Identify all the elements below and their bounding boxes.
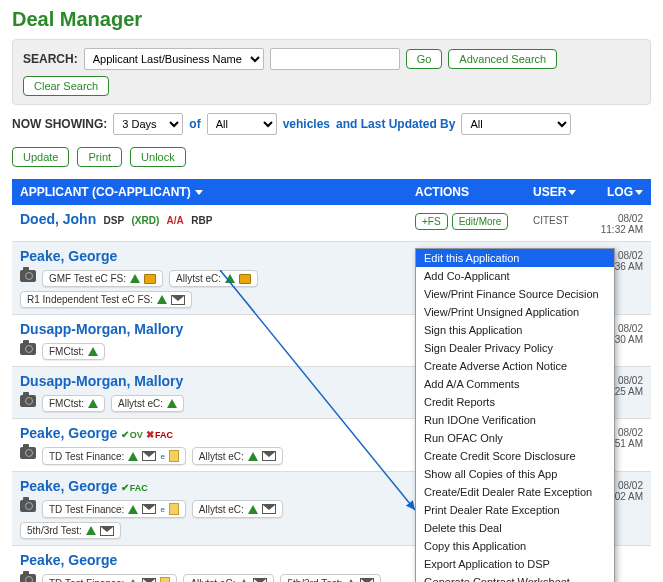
lender-label: R1 Independent Test eC FS:	[27, 294, 153, 305]
lender-chip[interactable]: 5th/3rd Test:	[20, 522, 121, 539]
lender-chip[interactable]: Allytst eC:	[183, 574, 274, 582]
context-menu-item[interactable]: Run IDOne Verification	[416, 411, 614, 429]
applicant-tag: DSP	[104, 215, 125, 226]
context-menu-item[interactable]: Sign this Application	[416, 321, 614, 339]
arrow-up-icon	[248, 452, 258, 461]
lender-label: FMCtst:	[49, 398, 84, 409]
camera-icon[interactable]	[20, 395, 36, 407]
lender-label: TD Test Finance:	[49, 578, 124, 583]
lender-label: TD Test Finance:	[49, 451, 124, 462]
go-button[interactable]: Go	[406, 49, 443, 69]
lender-label: Allytst eC:	[118, 398, 163, 409]
applicant-name-link[interactable]: Dusapp-Morgan, Mallory	[20, 373, 183, 389]
updated-by-select[interactable]: All	[461, 113, 571, 135]
lender-chip[interactable]: TD Test Finance:	[42, 574, 177, 582]
context-menu-item[interactable]: View/Print Finance Source Decision	[416, 285, 614, 303]
fac-badge: FAC	[146, 429, 173, 440]
camera-icon[interactable]	[20, 574, 36, 582]
camera-icon[interactable]	[20, 270, 36, 282]
unlock-button[interactable]: Unlock	[130, 147, 186, 167]
context-menu-item[interactable]: Generate Contract Worksheet	[416, 573, 614, 582]
mail-icon	[142, 504, 156, 514]
chevron-down-icon	[635, 190, 643, 195]
camera-icon[interactable]	[20, 500, 36, 512]
context-menu-item[interactable]: Delete this Deal	[416, 519, 614, 537]
context-menu-item[interactable]: Credit Reports	[416, 393, 614, 411]
lender-chip[interactable]: TD Test Finance:e	[42, 500, 186, 518]
applicant-name-link[interactable]: Peake, George	[20, 552, 117, 568]
lender-label: Allytst eC:	[190, 578, 235, 583]
lender-chip[interactable]: Allytst eC:	[111, 395, 184, 412]
arrow-up-icon	[88, 399, 98, 408]
context-menu-item[interactable]: Run OFAC Only	[416, 429, 614, 447]
applicant-name-link[interactable]: Peake, George	[20, 425, 117, 441]
lender-label: 5th/3rd Test:	[27, 525, 82, 536]
lender-label: Allytst eC:	[199, 451, 244, 462]
lender-chip[interactable]: R1 Independent Test eC FS:	[20, 291, 192, 308]
now-showing-label: NOW SHOWING:	[12, 117, 107, 131]
package-icon	[144, 274, 156, 284]
lender-chip[interactable]: Allytst eC:	[192, 447, 283, 465]
context-menu-item[interactable]: Edit this Application	[416, 249, 614, 267]
context-menu-item[interactable]: Create Credit Score Disclosure	[416, 447, 614, 465]
subscript-e: e	[160, 452, 164, 461]
days-select[interactable]: 3 Days	[113, 113, 183, 135]
document-icon	[160, 577, 170, 582]
page-title: Deal Manager	[12, 8, 651, 31]
user-cell: CITEST	[533, 211, 593, 235]
applicant-name-link[interactable]: Dusapp-Morgan, Mallory	[20, 321, 183, 337]
lender-chip[interactable]: FMCtst:	[42, 343, 105, 360]
package-icon	[239, 274, 251, 284]
vehicles-select[interactable]: All	[207, 113, 277, 135]
mail-icon	[262, 504, 276, 514]
lender-label: GMF Test eC FS:	[49, 273, 126, 284]
mail-icon	[253, 578, 267, 582]
arrow-up-icon	[248, 505, 258, 514]
arrow-up-icon	[128, 452, 138, 461]
context-menu-item[interactable]: Print Dealer Rate Exception	[416, 501, 614, 519]
lender-chip[interactable]: GMF Test eC FS:	[42, 270, 163, 287]
context-menu-item[interactable]: Export Application to DSP	[416, 555, 614, 573]
search-field-select[interactable]: Applicant Last/Business Name	[84, 48, 264, 70]
lender-chip[interactable]: Allytst eC:	[169, 270, 258, 287]
context-menu-item[interactable]: Add A/A Comments	[416, 375, 614, 393]
lender-chip[interactable]: TD Test Finance:e	[42, 447, 186, 465]
context-menu-item[interactable]: Add Co-Applicant	[416, 267, 614, 285]
context-menu-item[interactable]: Show all Copies of this App	[416, 465, 614, 483]
clear-search-button[interactable]: Clear Search	[23, 76, 109, 96]
print-button[interactable]: Print	[77, 147, 122, 167]
arrow-up-icon	[239, 579, 249, 583]
applicant-name-link[interactable]: Doed, John	[20, 211, 96, 227]
col-log[interactable]: LOG	[593, 185, 643, 199]
applicant-tag: RBP	[191, 215, 212, 226]
context-menu-item[interactable]: Create Adverse Action Notice	[416, 357, 614, 375]
arrow-up-icon	[346, 579, 356, 583]
context-menu-item[interactable]: Sign Dealer Privacy Policy	[416, 339, 614, 357]
camera-icon[interactable]	[20, 447, 36, 459]
col-user[interactable]: USER	[533, 185, 593, 199]
search-input[interactable]	[270, 48, 400, 70]
advanced-search-button[interactable]: Advanced Search	[448, 49, 557, 69]
arrow-up-icon	[128, 505, 138, 514]
document-icon	[169, 450, 179, 462]
col-applicant[interactable]: APPLICANT (CO-APPLICANT)	[20, 185, 415, 199]
edit-more-button[interactable]: Edit/More	[452, 213, 509, 230]
filter-row: NOW SHOWING: 3 Days of All vehicles and …	[12, 113, 651, 135]
mail-icon	[171, 295, 185, 305]
mail-icon	[100, 526, 114, 536]
lender-label: Allytst eC:	[176, 273, 221, 284]
add-fs-button[interactable]: +FS	[415, 213, 448, 230]
context-menu-item[interactable]: Copy this Application	[416, 537, 614, 555]
lender-chip[interactable]: 5th/3rd Test:	[280, 574, 381, 582]
lender-chip[interactable]: Allytst eC:	[192, 500, 283, 518]
update-button[interactable]: Update	[12, 147, 69, 167]
lender-chip[interactable]: FMCtst:	[42, 395, 105, 412]
applicant-name-link[interactable]: Peake, George	[20, 478, 117, 494]
chevron-down-icon	[195, 190, 203, 195]
camera-icon[interactable]	[20, 343, 36, 355]
applicant-name-link[interactable]: Peake, George	[20, 248, 117, 264]
mail-icon	[262, 451, 276, 461]
search-bar: SEARCH: Applicant Last/Business Name Go …	[12, 39, 651, 105]
context-menu-item[interactable]: View/Print Unsigned Application	[416, 303, 614, 321]
context-menu-item[interactable]: Create/Edit Dealer Rate Exception	[416, 483, 614, 501]
